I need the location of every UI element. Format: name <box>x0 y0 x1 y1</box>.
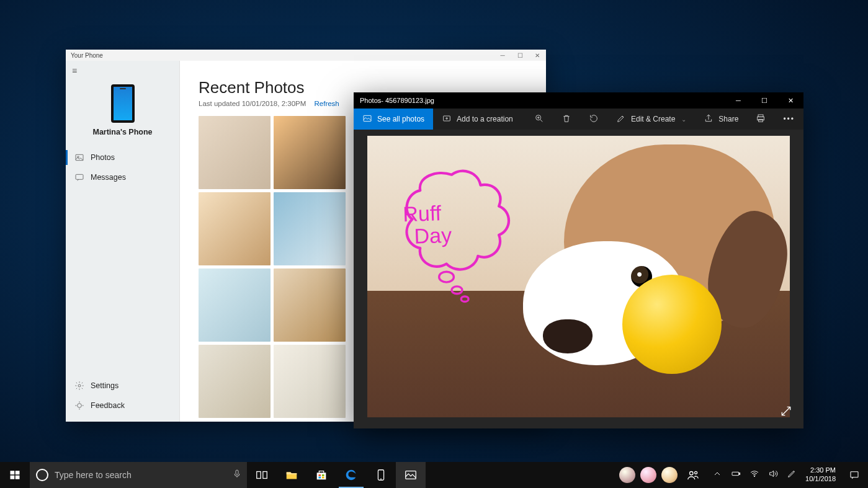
photos-title: Photos- 4567890123.jpg <box>360 97 725 104</box>
add-creation-icon <box>442 113 452 125</box>
collection-icon <box>362 113 372 125</box>
connected-phone-name: Martina's Phone <box>66 128 179 136</box>
task-view-button[interactable] <box>247 462 277 488</box>
photo-canvas: Ruff Day <box>354 130 803 428</box>
rotate-icon <box>589 113 599 125</box>
add-to-creation-button[interactable]: Add to a creation <box>433 109 522 130</box>
trash-icon <box>562 113 571 125</box>
taskbar-people <box>619 462 709 488</box>
hamburger-icon[interactable]: ≡ <box>66 61 179 81</box>
delete-button[interactable] <box>553 109 580 130</box>
nav-feedback[interactable]: Feedback <box>66 396 179 415</box>
your-phone-bottom-nav: Settings Feedback <box>66 376 179 422</box>
rotate-button[interactable] <box>580 109 607 130</box>
svg-point-28 <box>690 472 694 476</box>
volume-icon[interactable] <box>768 469 778 481</box>
share-button[interactable]: Share <box>695 109 747 130</box>
people-button[interactable] <box>682 468 704 482</box>
svg-rect-20 <box>263 472 267 479</box>
photo-image[interactable]: Ruff Day <box>367 136 790 417</box>
start-button[interactable] <box>0 462 30 488</box>
photo-thumbnail[interactable] <box>199 345 271 418</box>
maximize-button[interactable]: ☐ <box>751 92 777 109</box>
dog-illustration <box>543 319 593 353</box>
minimize-button[interactable]: ─ <box>725 92 751 109</box>
file-explorer-button[interactable] <box>277 462 306 488</box>
nav-feedback-label: Feedback <box>91 401 125 410</box>
search-box[interactable]: Type here to search <box>30 462 247 488</box>
photo-thumbnail[interactable] <box>199 192 271 265</box>
svg-rect-2 <box>76 174 83 179</box>
photos-icon <box>74 153 84 162</box>
your-phone-title: Your Phone <box>71 52 494 59</box>
svg-point-4 <box>78 404 82 408</box>
cortana-icon <box>36 469 48 481</box>
svg-rect-17 <box>16 476 20 479</box>
zoom-icon <box>534 113 544 125</box>
taskbar-spacer <box>426 462 619 488</box>
svg-rect-8 <box>758 115 763 117</box>
close-button[interactable]: ✕ <box>529 50 546 61</box>
maximize-button[interactable]: ☐ <box>511 50 529 61</box>
taskbar-clock[interactable]: 2:30 PM 10/1/2018 <box>800 462 841 488</box>
edit-create-label: Edit & Create <box>631 115 675 123</box>
messages-icon <box>74 172 84 182</box>
svg-rect-16 <box>11 476 15 479</box>
more-icon: ••• <box>783 115 795 123</box>
edge-button[interactable] <box>336 462 366 488</box>
people-contact-avatar[interactable] <box>661 467 678 483</box>
system-tray <box>709 462 800 488</box>
photo-thumbnail[interactable] <box>274 345 346 418</box>
your-phone-taskbar-button[interactable] <box>366 462 396 488</box>
refresh-link[interactable]: Refresh <box>314 100 339 107</box>
svg-point-29 <box>695 471 697 474</box>
svg-rect-31 <box>739 473 740 475</box>
photo-thumbnail[interactable] <box>199 116 271 189</box>
see-all-photos-button[interactable]: See all photos <box>354 109 433 130</box>
close-button[interactable]: ✕ <box>777 92 803 109</box>
nav-messages-label: Messages <box>91 173 126 182</box>
print-icon <box>756 113 766 125</box>
ink-annotation-text: Ruff Day <box>403 202 452 248</box>
people-contact-avatar[interactable] <box>619 467 635 483</box>
nav-messages[interactable]: Messages <box>66 167 179 187</box>
minimize-button[interactable]: ─ <box>494 50 511 61</box>
search-placeholder: Type here to search <box>55 470 226 480</box>
svg-rect-24 <box>318 477 321 479</box>
wifi-icon[interactable] <box>749 469 759 481</box>
photos-taskbar-button[interactable] <box>396 462 426 488</box>
svg-rect-33 <box>851 472 858 477</box>
svg-point-32 <box>754 476 754 476</box>
svg-rect-19 <box>257 472 261 479</box>
nav-photos-label: Photos <box>91 153 115 162</box>
svg-rect-15 <box>16 471 20 474</box>
photo-thumbnail[interactable] <box>274 116 346 189</box>
windows-icon <box>9 469 20 481</box>
battery-icon[interactable] <box>731 469 741 481</box>
your-phone-nav: Photos Messages <box>66 148 179 187</box>
zoom-button[interactable] <box>526 109 553 130</box>
photo-thumbnail[interactable] <box>199 268 271 342</box>
phone-illustration <box>111 84 135 123</box>
your-phone-sidebar: ≡ Martina's Phone Photos Messages <box>66 61 180 422</box>
ink-line1: Ruff <box>403 201 442 226</box>
edit-create-button[interactable]: Edit & Create ⌄ <box>607 109 695 130</box>
action-center-button[interactable] <box>841 462 868 488</box>
photos-titlebar: Photos- 4567890123.jpg ─ ☐ ✕ <box>354 92 803 109</box>
print-button[interactable] <box>747 109 774 130</box>
nav-photos[interactable]: Photos <box>66 148 179 167</box>
share-icon <box>704 113 714 125</box>
last-updated-text: Last updated 10/01/2018, 2:30PM <box>199 100 306 107</box>
chevron-down-icon: ⌄ <box>681 116 686 123</box>
fullscreen-button[interactable] <box>777 402 795 420</box>
nav-settings[interactable]: Settings <box>66 376 179 396</box>
people-contact-avatar[interactable] <box>640 467 656 483</box>
photo-thumbnail[interactable] <box>274 268 346 342</box>
ink-workspace-icon[interactable] <box>787 469 797 481</box>
tray-overflow-button[interactable] <box>712 469 722 481</box>
more-button[interactable]: ••• <box>774 109 803 130</box>
store-button[interactable] <box>306 462 336 488</box>
photo-thumbnail[interactable] <box>274 192 346 265</box>
svg-rect-30 <box>732 472 739 475</box>
mic-icon[interactable] <box>232 469 242 481</box>
